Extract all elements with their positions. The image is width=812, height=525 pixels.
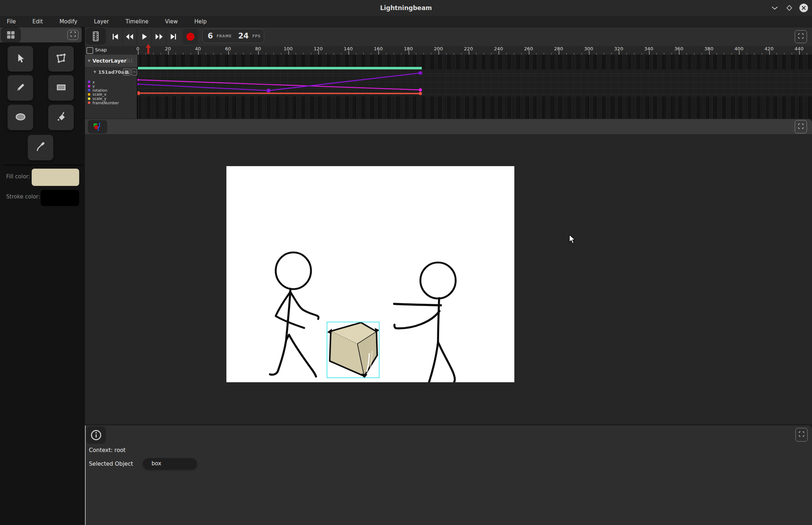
ellipse-icon bbox=[14, 111, 27, 124]
info-button[interactable] bbox=[86, 426, 106, 444]
select-tool-button[interactable] bbox=[8, 46, 33, 72]
pencil-tool-button[interactable] bbox=[8, 75, 33, 101]
layer-badge: [L] bbox=[126, 58, 132, 63]
selected-object-label: Selected Object bbox=[89, 461, 133, 467]
property-name: y bbox=[93, 84, 95, 88]
property-row-frameNumber[interactable]: frameNumber bbox=[85, 101, 137, 105]
property-curves[interactable] bbox=[137, 69, 812, 98]
eyedropper-icon bbox=[35, 142, 46, 154]
ruler-tick bbox=[619, 51, 619, 55]
stage[interactable] bbox=[226, 166, 514, 382]
rewind-button[interactable] bbox=[123, 29, 137, 45]
ruler-tick bbox=[168, 51, 169, 55]
fill-color-swatch[interactable] bbox=[32, 169, 79, 186]
timeline-panel: 6 FRAME 24 FPS Snap 02040608010012014016… bbox=[85, 27, 812, 119]
timeline-expand-button[interactable] bbox=[795, 30, 807, 43]
menu-item-timeline[interactable]: Timeline bbox=[126, 18, 149, 25]
paint-bucket-icon bbox=[56, 111, 67, 124]
canvas-mode-button[interactable] bbox=[88, 120, 107, 133]
ellipse-tool-button[interactable] bbox=[8, 105, 33, 130]
property-row-x[interactable]: x bbox=[85, 80, 137, 84]
fast-forward-button[interactable] bbox=[152, 29, 167, 45]
property-color-dot bbox=[88, 81, 90, 83]
fps-value: 24 bbox=[238, 32, 249, 40]
tools-expand-button[interactable] bbox=[67, 30, 78, 40]
paint-bucket-tool-button[interactable] bbox=[48, 105, 74, 130]
skip-to-end-button[interactable] bbox=[166, 29, 181, 45]
property-color-dot bbox=[88, 93, 90, 96]
ruler-tick bbox=[799, 51, 800, 55]
selected-object-value[interactable]: box bbox=[143, 458, 197, 469]
close-button[interactable] bbox=[798, 0, 810, 16]
rewind-icon bbox=[125, 33, 134, 41]
maximize-button[interactable] bbox=[783, 0, 795, 16]
transform-tool-button[interactable] bbox=[48, 46, 74, 72]
expand-icon bbox=[798, 123, 804, 131]
play-button[interactable] bbox=[137, 29, 152, 45]
menu-item-help[interactable]: Help bbox=[194, 18, 207, 25]
menu-item-layer[interactable]: Layer bbox=[94, 18, 109, 25]
collapse-triangle-icon[interactable]: ▼ bbox=[94, 70, 96, 74]
track-visibility-button[interactable] bbox=[123, 69, 130, 76]
ruler-tick bbox=[739, 51, 740, 55]
ruler-tick bbox=[469, 51, 469, 55]
ruler-tick bbox=[438, 51, 439, 55]
property-row-scale_x[interactable]: scale_x bbox=[85, 92, 137, 97]
app-window: { "window": { "title": "Lightningbeam", … bbox=[0, 0, 812, 525]
context-expand-button[interactable] bbox=[795, 428, 808, 442]
collapse-triangle-icon[interactable]: ▼ bbox=[88, 59, 90, 63]
canvas-header bbox=[85, 119, 812, 134]
track-curve-button[interactable]: ~ bbox=[131, 69, 137, 76]
minimize-button[interactable] bbox=[768, 0, 781, 16]
film-strip-icon bbox=[92, 31, 100, 42]
property-row-y[interactable]: y bbox=[85, 84, 137, 88]
transform-icon bbox=[55, 52, 67, 65]
diamond-icon bbox=[786, 5, 793, 11]
property-color-dot bbox=[88, 101, 90, 104]
eyedropper-tool-button[interactable] bbox=[28, 135, 53, 160]
ruler-tick bbox=[228, 51, 229, 55]
ruler-tick bbox=[709, 51, 710, 55]
property-row-scale_y[interactable]: scale_y bbox=[85, 96, 137, 101]
timeline-mode-button[interactable] bbox=[86, 28, 106, 45]
rectangle-tool-button[interactable] bbox=[48, 75, 74, 101]
menu-item-modify[interactable]: Modify bbox=[59, 18, 77, 25]
ruler-tick bbox=[288, 51, 289, 55]
frame-fps-display: 6 FRAME 24 FPS bbox=[202, 29, 264, 43]
canvas-expand-button[interactable] bbox=[795, 120, 807, 133]
titlebar[interactable]: Lightningbeam bbox=[0, 0, 812, 16]
expand-icon bbox=[799, 431, 804, 438]
panel-grid-button[interactable] bbox=[1, 27, 21, 42]
timeline-ruler[interactable]: 0204060801001201401601802002202402602803… bbox=[85, 46, 812, 55]
layer-row-object[interactable]: ▼ 151ad70a... ~ bbox=[85, 67, 137, 77]
mouse-cursor bbox=[569, 235, 577, 245]
menu-item-file[interactable]: File bbox=[7, 18, 16, 25]
stick-figure-left[interactable] bbox=[270, 252, 319, 376]
box-object[interactable] bbox=[327, 322, 380, 379]
frame-strip-bottom[interactable] bbox=[137, 96, 812, 119]
transport-controls bbox=[108, 29, 181, 45]
ruler-tick bbox=[769, 51, 770, 55]
skip-to-start-button[interactable] bbox=[108, 29, 123, 45]
fast-forward-icon bbox=[155, 33, 163, 41]
close-icon bbox=[799, 3, 808, 13]
ruler-tick bbox=[348, 51, 349, 55]
skip-to-start-icon bbox=[111, 33, 119, 41]
sidebar-divider bbox=[3, 165, 83, 165]
record-button[interactable] bbox=[183, 29, 198, 45]
menu-item-edit[interactable]: Edit bbox=[32, 18, 43, 25]
stick-figure-right[interactable] bbox=[394, 262, 456, 382]
menu-item-view[interactable]: View bbox=[165, 18, 178, 25]
chevron-down-icon bbox=[772, 6, 778, 10]
property-row-rotation[interactable]: rotation bbox=[85, 88, 137, 92]
fps-caption: FPS bbox=[252, 34, 261, 38]
canvas-panel bbox=[85, 119, 812, 424]
playhead-marker[interactable] bbox=[145, 44, 151, 55]
ruler-tick bbox=[258, 51, 259, 55]
layer-row-vectorlayer[interactable]: ▼ VectorLayer [L] bbox=[85, 55, 137, 67]
expand-icon bbox=[798, 33, 804, 40]
frames-area[interactable] bbox=[137, 55, 812, 119]
ruler-tick bbox=[409, 51, 409, 55]
stroke-color-swatch[interactable] bbox=[41, 190, 79, 206]
animation-span-bar[interactable] bbox=[138, 67, 422, 69]
